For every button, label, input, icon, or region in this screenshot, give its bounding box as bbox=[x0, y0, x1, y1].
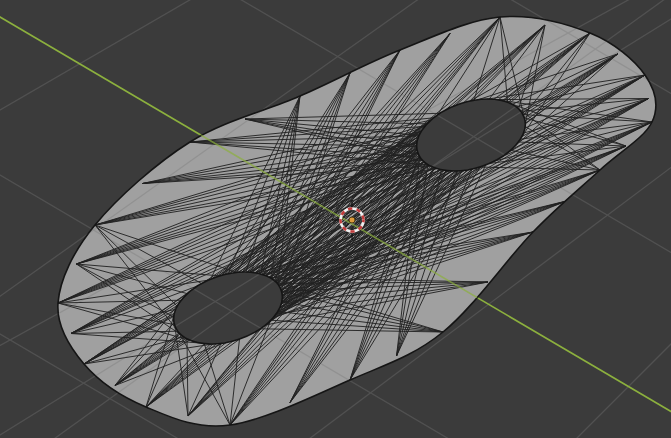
blender-window bbox=[0, 0, 671, 438]
viewport-3d[interactable] bbox=[0, 0, 671, 438]
origin-dot bbox=[349, 217, 355, 223]
